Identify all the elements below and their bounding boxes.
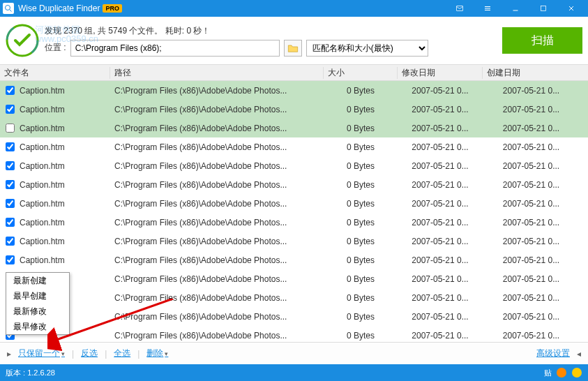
cell-modified: 2007-05-21 0... xyxy=(398,274,483,284)
cell-modified: 2007-05-21 0... xyxy=(398,312,483,322)
menu-button[interactable] xyxy=(474,0,502,17)
folder-icon xyxy=(287,43,299,53)
logo-icon xyxy=(6,24,39,57)
cell-created: 2007-05-21 0... xyxy=(483,274,588,284)
cell-filename: Caption.htm xyxy=(20,218,110,227)
row-checkbox[interactable] xyxy=(6,142,15,151)
svg-point-14 xyxy=(572,368,582,378)
close-button[interactable] xyxy=(557,0,585,17)
row-checkbox[interactable] xyxy=(6,86,15,95)
row-checkbox[interactable] xyxy=(6,237,15,246)
feedback-button[interactable] xyxy=(446,0,474,17)
match-mode-select[interactable]: 匹配名称和大小(最快) xyxy=(306,40,428,57)
row-checkbox[interactable] xyxy=(6,180,15,189)
cell-created: 2007-05-21 0... xyxy=(483,312,588,322)
table-row[interactable]: Caption.htmC:\Program Files (x86)\Adobe\… xyxy=(0,137,588,156)
row-checkbox[interactable] xyxy=(6,105,15,114)
delete-link[interactable]: 删除▾ xyxy=(146,348,168,359)
cell-created: 2007-05-21 0... xyxy=(483,180,588,190)
table-row[interactable]: Caption.htmC:\Program Files (x86)\Adobe\… xyxy=(0,156,588,175)
cell-modified: 2007-05-21 0... xyxy=(398,199,483,209)
table-body[interactable]: Caption.htmC:\Program Files (x86)\Adobe\… xyxy=(0,81,588,342)
column-filename[interactable]: 文件名 xyxy=(0,67,110,79)
table-row[interactable]: C:\Program Files (x86)\Adobe\Adobe Photo… xyxy=(0,269,588,288)
maximize-button[interactable] xyxy=(529,0,557,17)
scan-stats: 河源软件园 www.pc0359.cn 发现 2370 组, 共 5749 个文… xyxy=(45,25,494,37)
row-checkbox[interactable] xyxy=(6,161,15,170)
table-row[interactable]: Caption.htmC:\Program Files (x86)\Adobe\… xyxy=(0,119,588,137)
row-checkbox[interactable] xyxy=(6,218,15,227)
table-row[interactable]: C:\Program Files (x86)\Adobe\Adobe Photo… xyxy=(0,307,588,326)
tie-label: 贴 xyxy=(544,368,552,378)
cell-size: 0 Bytes xyxy=(324,274,398,284)
table-row[interactable]: Caption.htmC:\Program Files (x86)\Adobe\… xyxy=(0,81,588,100)
titlebar: Wise Duplicate Finder PRO xyxy=(0,0,588,17)
row-checkbox[interactable] xyxy=(6,199,15,208)
cell-modified: 2007-05-21 0... xyxy=(398,180,483,190)
menu-newest-modified[interactable]: 最新修改 xyxy=(6,304,69,319)
column-size[interactable]: 大小 xyxy=(324,67,398,79)
cell-path: C:\Program Files (x86)\Adobe\Adobe Photo… xyxy=(110,255,324,265)
table-row[interactable]: Caption.htmC:\Program Files (x86)\Adobe\… xyxy=(0,251,588,269)
table-row[interactable]: Caption.htmC:\Program Files (x86)\Adobe\… xyxy=(0,194,588,213)
svg-point-13 xyxy=(557,368,566,378)
location-input[interactable] xyxy=(70,40,280,57)
cell-size: 0 Bytes xyxy=(324,199,398,209)
cell-filename: Caption.htm xyxy=(20,124,110,133)
dropdown-indicator-left: ▸ xyxy=(7,349,11,359)
cell-size: 0 Bytes xyxy=(324,293,398,303)
cell-path: C:\Program Files (x86)\Adobe\Adobe Photo… xyxy=(110,105,324,114)
bottom-toolbar: ▸ 只保留一个▾ | 反选 | 全选 | 删除▾ 高级设置 ◂ xyxy=(0,342,588,364)
table-row[interactable]: Caption.htmC:\Program Files (x86)\Adobe\… xyxy=(0,213,588,232)
cell-filename: Caption.htm xyxy=(20,255,110,265)
cell-size: 0 Bytes xyxy=(324,105,398,114)
app-icon xyxy=(3,3,14,14)
table-row[interactable]: Caption.htmC:\Program Files (x86)\Adobe\… xyxy=(0,232,588,251)
cell-path: C:\Program Files (x86)\Adobe\Adobe Photo… xyxy=(110,161,324,171)
cell-path: C:\Program Files (x86)\Adobe\Adobe Photo… xyxy=(110,237,324,246)
svg-point-0 xyxy=(6,6,10,10)
cell-created: 2007-05-21 0... xyxy=(483,124,588,133)
keep-one-link[interactable]: 只保留一个▾ xyxy=(18,348,65,359)
menu-oldest-modified[interactable]: 最早修改 xyxy=(6,319,69,334)
dropdown-indicator-right: ◂ xyxy=(577,349,581,359)
cell-modified: 2007-05-21 0... xyxy=(398,331,483,341)
cell-created: 2007-05-21 0... xyxy=(483,86,588,96)
advanced-settings-link[interactable]: 高级设置 xyxy=(536,348,570,359)
cell-created: 2007-05-21 0... xyxy=(483,237,588,246)
select-all-link[interactable]: 全选 xyxy=(114,348,130,359)
social-icon-2[interactable] xyxy=(571,367,582,378)
table-row[interactable]: Caption.htmC:\Program Files (x86)\Adobe\… xyxy=(0,100,588,119)
cell-path: C:\Program Files (x86)\Adobe\Adobe Photo… xyxy=(110,86,324,96)
cell-filename: Caption.htm xyxy=(20,199,110,209)
invert-selection-link[interactable]: 反选 xyxy=(81,348,98,359)
column-path[interactable]: 路径 xyxy=(110,67,324,79)
cell-path: C:\Program Files (x86)\Adobe\Adobe Photo… xyxy=(110,180,324,190)
menu-newest-created[interactable]: 最新创建 xyxy=(6,273,69,288)
social-icon-1[interactable] xyxy=(556,367,567,378)
table-row[interactable]: C:\Program Files (x86)\Adobe\Adobe Photo… xyxy=(0,288,588,307)
cell-created: 2007-05-21 0... xyxy=(483,105,588,114)
cell-path: C:\Program Files (x86)\Adobe\Adobe Photo… xyxy=(110,218,324,227)
cell-modified: 2007-05-21 0... xyxy=(398,105,483,114)
svg-rect-2 xyxy=(457,6,463,11)
cell-size: 0 Bytes xyxy=(324,180,398,190)
cell-size: 0 Bytes xyxy=(324,124,398,133)
column-created[interactable]: 创建日期 xyxy=(483,67,588,79)
table-row[interactable]: Caption.htmC:\Program Files (x86)\Adobe\… xyxy=(0,175,588,194)
row-checkbox[interactable] xyxy=(6,124,15,133)
cell-path: C:\Program Files (x86)\Adobe\Adobe Photo… xyxy=(110,331,324,341)
column-modified[interactable]: 修改日期 xyxy=(398,67,483,79)
browse-folder-button[interactable] xyxy=(284,40,302,57)
table-row[interactable]: C:\Program Files (x86)\Adobe\Adobe Photo… xyxy=(0,326,588,342)
menu-oldest-created[interactable]: 最早创建 xyxy=(6,288,69,304)
cell-size: 0 Bytes xyxy=(324,86,398,96)
header-panel: 河源软件园 www.pc0359.cn 发现 2370 组, 共 5749 个文… xyxy=(0,17,588,64)
row-checkbox[interactable] xyxy=(6,255,15,264)
cell-filename: Caption.htm xyxy=(20,237,110,246)
cell-created: 2007-05-21 0... xyxy=(483,218,588,227)
minimize-button[interactable] xyxy=(502,0,529,17)
scan-button[interactable]: 扫描 xyxy=(502,27,582,54)
cell-path: C:\Program Files (x86)\Adobe\Adobe Photo… xyxy=(110,199,324,209)
cell-modified: 2007-05-21 0... xyxy=(398,86,483,96)
